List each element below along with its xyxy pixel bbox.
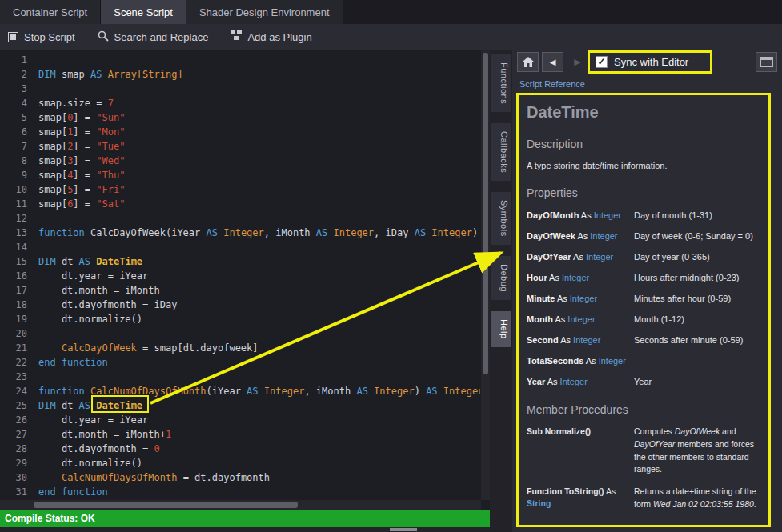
code-line[interactable]: 14 bbox=[0, 240, 480, 254]
code-line[interactable]: 3 bbox=[0, 82, 480, 96]
code-line[interactable]: 20 bbox=[0, 326, 480, 341]
float-panel-icon bbox=[760, 57, 773, 67]
horizontal-scroll-thumb[interactable] bbox=[34, 502, 298, 508]
line-number: 20 bbox=[0, 326, 27, 341]
line-number: 29 bbox=[0, 456, 27, 470]
float-panel-button[interactable] bbox=[756, 52, 777, 72]
code-line[interactable]: 12 bbox=[0, 211, 480, 226]
line-number: 13 bbox=[0, 226, 27, 240]
sync-with-editor-label: Sync with Editor bbox=[614, 56, 688, 68]
sync-with-editor-checkbox[interactable]: ✓ bbox=[596, 56, 608, 68]
code-text: smap[2] = "Tue" bbox=[27, 139, 125, 154]
code-line[interactable]: 23 bbox=[0, 370, 480, 384]
code-line[interactable]: 17 dt.month = iMonth bbox=[0, 283, 480, 298]
code-line[interactable]: 13function CalcDayOfWeek(iYear AS Intege… bbox=[0, 226, 480, 240]
code-line[interactable]: 27 dt.month = iMonth+1 bbox=[0, 427, 480, 442]
help-panel: FunctionsCallbacksSymbolsDebugHelp ◀ ▶ ✓… bbox=[490, 50, 782, 532]
bottom-scrollbar-thumb[interactable] bbox=[390, 528, 417, 531]
code-text: dt.year = iYear bbox=[27, 269, 148, 283]
stop-script-button[interactable]: Stop Script bbox=[8, 31, 75, 43]
line-number: 21 bbox=[0, 341, 27, 355]
code-text: smap[5] = "Fri" bbox=[27, 182, 125, 197]
line-number: 7 bbox=[0, 139, 27, 154]
code-line[interactable]: 29 dt.normalize() bbox=[0, 456, 480, 470]
code-line[interactable]: 4smap.size = 7 bbox=[0, 96, 480, 110]
type-link[interactable]: Integer bbox=[562, 273, 589, 282]
help-panel-content: ◀ ▶ ✓ Sync with Editor Script Reference … bbox=[512, 50, 782, 532]
code-editor[interactable]: 12DIM smap AS Array[String]34smap.size =… bbox=[0, 50, 490, 510]
code-text bbox=[27, 370, 38, 384]
properties-list: DayOfMonth As IntegerDay of month (1-31)… bbox=[527, 210, 760, 387]
home-button[interactable] bbox=[517, 52, 539, 72]
line-number: 30 bbox=[0, 470, 27, 485]
code-text: smap[3] = "Wed" bbox=[27, 154, 125, 168]
code-line[interactable]: 31end function bbox=[0, 485, 480, 499]
line-number: 24 bbox=[0, 384, 27, 398]
code-text: DIM smap AS Array[String] bbox=[27, 67, 183, 82]
type-link[interactable]: String bbox=[527, 498, 551, 508]
code-line[interactable]: 9smap[4] = "Thu" bbox=[0, 168, 480, 182]
tab-container-script[interactable]: Container Script bbox=[0, 0, 101, 24]
line-number: 5 bbox=[0, 110, 27, 125]
compile-status-text: Compile Status: OK bbox=[5, 513, 95, 524]
code-line[interactable]: 24function CalcNumOfDaysOfMonth(iYear AS… bbox=[0, 384, 480, 398]
type-link[interactable]: Integer bbox=[594, 210, 621, 220]
search-icon bbox=[98, 30, 109, 44]
type-link[interactable]: Integer bbox=[590, 231, 617, 241]
line-number: 25 bbox=[0, 398, 27, 413]
code-line[interactable]: 15DIM dt AS DateTime bbox=[0, 254, 480, 269]
property-row: Second As IntegerSeconds after minute (0… bbox=[527, 335, 760, 346]
vtab-debug[interactable]: Debug bbox=[491, 256, 511, 300]
code-text: function CalcDayOfWeek(iYear AS Integer,… bbox=[27, 226, 478, 240]
code-line[interactable]: 6smap[1] = "Mon" bbox=[0, 125, 480, 139]
type-link[interactable]: Integer bbox=[573, 335, 600, 345]
tab-scene-script[interactable]: Scene Script bbox=[101, 0, 186, 24]
type-link[interactable]: Integer bbox=[599, 356, 626, 366]
back-button[interactable]: ◀ bbox=[542, 52, 563, 72]
code-line[interactable]: 21 CalcDayOfWeek = smap[dt.dayofweek] bbox=[0, 341, 480, 355]
script-reference-link[interactable]: Script Reference bbox=[519, 79, 585, 89]
line-number: 18 bbox=[0, 298, 27, 312]
code-line[interactable]: 30 CalcNumOfDaysOfMonth = dt.dayofmonth bbox=[0, 470, 480, 485]
vtab-functions[interactable]: Functions bbox=[491, 54, 511, 112]
tab-shader-design-environment[interactable]: Shader Design Environment bbox=[186, 0, 343, 24]
scene-script-ide-window: Container ScriptScene ScriptShader Desig… bbox=[0, 0, 782, 532]
vertical-scroll-thumb[interactable] bbox=[483, 53, 488, 374]
search-and-replace-button[interactable]: Search and Replace bbox=[98, 30, 209, 44]
code-line[interactable]: 22end function bbox=[0, 355, 480, 370]
code-text: smap[1] = "Mon" bbox=[27, 125, 125, 139]
code-line[interactable]: 2DIM smap AS Array[String] bbox=[0, 67, 480, 82]
line-number: 31 bbox=[0, 485, 27, 499]
code-line[interactable]: 25DIM dt AS DateTime bbox=[0, 398, 480, 413]
editor-horizontal-scrollbar[interactable] bbox=[0, 500, 481, 510]
type-link[interactable]: Integer bbox=[586, 252, 613, 262]
code-text bbox=[27, 82, 38, 96]
code-line[interactable]: 18 dt.dayofmonth = iDay bbox=[0, 298, 480, 312]
code-line[interactable]: 5smap[0] = "Sun" bbox=[0, 110, 480, 125]
line-number: 27 bbox=[0, 427, 27, 442]
code-line[interactable]: 19 dt.normalize() bbox=[0, 312, 480, 326]
code-line[interactable]: 26 dt.year = iYear bbox=[0, 413, 480, 427]
type-link[interactable]: Integer bbox=[567, 314, 595, 324]
code-line[interactable]: 28 dt.dayofmonth = 0 bbox=[0, 442, 480, 456]
vtab-symbols[interactable]: Symbols bbox=[491, 192, 511, 245]
vtab-callbacks[interactable]: Callbacks bbox=[491, 123, 511, 181]
editor-vertical-scrollbar[interactable] bbox=[481, 50, 490, 500]
type-link[interactable]: Integer bbox=[560, 377, 588, 386]
forward-button[interactable]: ▶ bbox=[567, 52, 588, 72]
vtab-help[interactable]: Help bbox=[491, 311, 511, 347]
code-line[interactable]: 1 bbox=[0, 53, 480, 67]
type-link[interactable]: Integer bbox=[570, 294, 597, 303]
code-line[interactable]: 16 dt.year = iYear bbox=[0, 269, 480, 283]
add-as-plugin-button[interactable]: Add as Plugin bbox=[231, 30, 311, 43]
code-text: smap.size = 7 bbox=[27, 96, 114, 110]
line-number: 3 bbox=[0, 82, 27, 96]
annotation-box-sync: ✓ Sync with Editor bbox=[588, 50, 712, 74]
code-line[interactable]: 10smap[5] = "Fri" bbox=[0, 182, 480, 197]
stop-script-label: Stop Script bbox=[24, 31, 75, 43]
code-line[interactable]: 8smap[3] = "Wed" bbox=[0, 154, 480, 168]
code-line[interactable]: 11smap[6] = "Sat" bbox=[0, 197, 480, 211]
code-text: smap[4] = "Thu" bbox=[27, 168, 125, 182]
code-line[interactable]: 7smap[2] = "Tue" bbox=[0, 139, 480, 154]
code-text: end function bbox=[27, 355, 108, 370]
